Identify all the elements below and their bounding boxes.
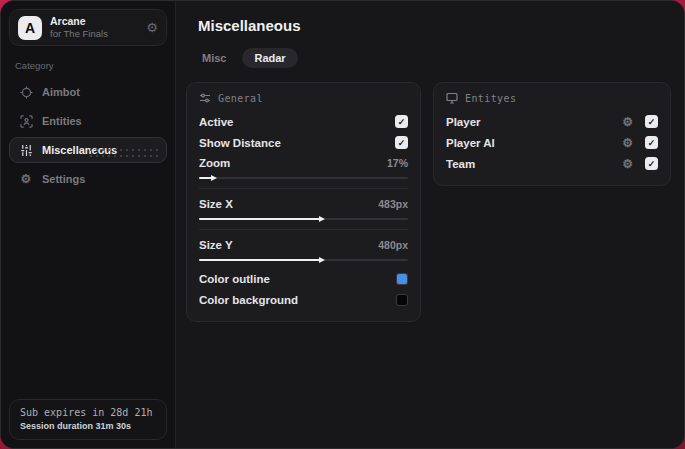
setting-row-zoom: Zoom 17% (199, 153, 408, 172)
sliders-icon (19, 144, 33, 157)
setting-row-size-x: Size X 483px (199, 194, 408, 213)
sidebar-item-label: Aimbot (42, 86, 80, 98)
player-ai-settings-gear-icon[interactable]: ⚙ (622, 137, 633, 149)
brand-gear-icon[interactable]: ⚙ (146, 21, 158, 34)
entity-label: Player AI (446, 137, 495, 149)
team-checkbox[interactable]: ✓ (645, 157, 658, 170)
entity-row-player: Player ⚙ ✓ (446, 111, 658, 132)
setting-label: Zoom (199, 157, 230, 169)
setting-label: Active (199, 116, 234, 128)
setting-row-show-distance: Show Distance ✓ (199, 132, 408, 153)
entity-row-player-ai: Player AI ⚙ ✓ (446, 132, 658, 153)
page-title: Miscellaneous (198, 17, 672, 34)
setting-label: Color background (199, 294, 298, 306)
size-x-slider-thumb[interactable] (199, 218, 320, 220)
app-logo: A (18, 16, 42, 40)
divider (199, 229, 408, 230)
setting-row-color-background: Color background (199, 289, 408, 310)
zoom-slider-thumb[interactable] (199, 177, 212, 179)
subscription-card: Sub expires in 28d 21h Session duration … (9, 399, 167, 440)
size-y-slider[interactable] (199, 255, 408, 265)
size-x-slider[interactable] (199, 214, 408, 224)
sidebar: A Arcane for The Finals ⚙ Category Aimbo… (1, 1, 176, 448)
main-content: Miscellaneous Misc Radar General Active … (176, 1, 684, 448)
general-panel: General Active ✓ Show Distance ✓ Zoom 17… (186, 82, 421, 322)
app-name: Arcane (50, 15, 108, 28)
zoom-value: 17% (387, 157, 408, 169)
entity-label: Player (446, 116, 481, 128)
size-y-value: 480px (378, 239, 408, 251)
setting-label: Size Y (199, 239, 233, 251)
tab-misc[interactable]: Misc (190, 48, 238, 68)
divider (199, 188, 408, 189)
monitor-icon (446, 92, 458, 104)
session-duration-text: Session duration 31m 30s (20, 421, 156, 431)
sidebar-item-label: Miscellaneous (42, 144, 117, 156)
sidebar-item-label: Entities (42, 115, 82, 127)
tab-radar[interactable]: Radar (242, 48, 297, 68)
sub-expires-text: Sub expires in 28d 21h (20, 407, 156, 418)
category-label: Category (15, 60, 161, 71)
show-distance-checkbox[interactable]: ✓ (395, 136, 408, 149)
brand-card: A Arcane for The Finals ⚙ (9, 9, 167, 46)
entity-label: Team (446, 158, 475, 170)
panel-title: General (218, 93, 263, 104)
team-settings-gear-icon[interactable]: ⚙ (622, 158, 633, 170)
tab-bar: Misc Radar (190, 48, 672, 68)
sidebar-item-aimbot[interactable]: Aimbot (9, 79, 167, 105)
zoom-slider[interactable] (199, 173, 408, 183)
player-checkbox[interactable]: ✓ (645, 115, 658, 128)
color-background-swatch[interactable] (396, 294, 408, 306)
size-y-slider-thumb[interactable] (199, 259, 320, 261)
active-checkbox[interactable]: ✓ (395, 115, 408, 128)
entities-panel: Entityes Player ⚙ ✓ Player AI ⚙ ✓ (433, 82, 671, 186)
size-x-value: 483px (378, 198, 408, 210)
panel-title: Entityes (465, 93, 516, 104)
sidebar-item-entities[interactable]: Entities (9, 108, 167, 134)
entities-scan-icon (19, 115, 33, 128)
player-ai-checkbox[interactable]: ✓ (645, 136, 658, 149)
entity-row-team: Team ⚙ ✓ (446, 153, 658, 174)
crosshair-icon (19, 86, 33, 99)
app-window: A Arcane for The Finals ⚙ Category Aimbo… (0, 0, 685, 449)
setting-label: Color outline (199, 273, 270, 285)
sidebar-item-settings[interactable]: ⚙ Settings (9, 166, 167, 192)
setting-row-size-y: Size Y 480px (199, 235, 408, 254)
tune-icon (199, 92, 211, 104)
setting-label: Show Distance (199, 137, 281, 149)
player-settings-gear-icon[interactable]: ⚙ (622, 116, 633, 128)
setting-label: Size X (199, 198, 233, 210)
sidebar-item-miscellaneous[interactable]: Miscellaneous (9, 137, 167, 163)
color-outline-swatch[interactable] (396, 273, 408, 285)
sidebar-item-label: Settings (42, 173, 85, 185)
app-subtitle: for The Finals (50, 28, 108, 40)
setting-row-color-outline: Color outline (199, 268, 408, 289)
setting-row-active: Active ✓ (199, 111, 408, 132)
gear-icon: ⚙ (19, 172, 33, 186)
